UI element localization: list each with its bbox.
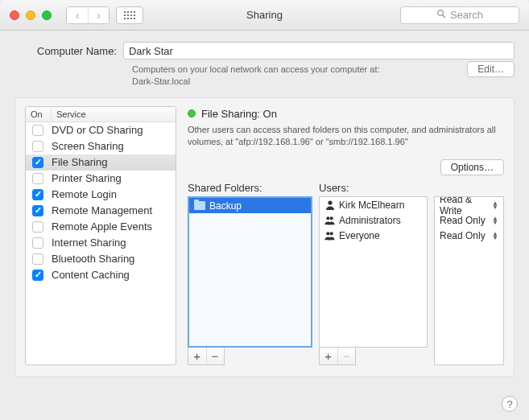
show-all-button[interactable] <box>116 6 143 24</box>
computer-name-row: Computer Name: <box>14 42 515 60</box>
service-checkbox[interactable] <box>32 189 43 200</box>
service-label: Remote Management <box>43 204 152 216</box>
service-label: Remote Apple Events <box>43 220 152 233</box>
services-body: DVD or CD SharingScreen SharingFile Shar… <box>26 122 176 283</box>
svg-point-6 <box>330 233 333 236</box>
shared-folder-item[interactable]: Backup <box>189 198 311 213</box>
permissions-list[interactable]: Read & Write▲▼Read Only▲▼Read Only▲▼ <box>434 196 504 364</box>
service-checkbox[interactable] <box>32 173 43 184</box>
column-on-header[interactable]: On <box>26 107 52 121</box>
stepper-icon[interactable]: ▲▼ <box>492 216 498 224</box>
status-title: File Sharing: On <box>201 108 277 120</box>
service-detail: File Sharing: On Other users can access … <box>188 106 504 365</box>
nav-back-forward: ‹ › <box>66 6 110 24</box>
computer-name-input[interactable] <box>123 42 515 60</box>
back-button[interactable]: ‹ <box>67 7 88 23</box>
remove-user-button: − <box>337 348 356 364</box>
close-window-button[interactable] <box>10 10 19 20</box>
svg-point-5 <box>326 233 329 236</box>
permissions-label <box>434 182 504 196</box>
service-row[interactable]: Screen Sharing <box>26 138 176 154</box>
users-add-remove: + − <box>319 348 356 365</box>
svg-point-0 <box>437 10 443 16</box>
svg-point-4 <box>330 217 333 220</box>
permission-item[interactable]: Read Only▲▼ <box>435 228 503 243</box>
add-folder-button[interactable]: + <box>188 348 206 364</box>
service-row[interactable]: Remote Login <box>26 187 176 203</box>
service-checkbox[interactable] <box>32 237 43 249</box>
service-row[interactable]: Printer Sharing <box>26 171 176 187</box>
permission-item[interactable]: Read & Write▲▼ <box>435 197 503 212</box>
service-checkbox[interactable] <box>32 125 43 136</box>
forward-button[interactable]: › <box>88 7 109 23</box>
service-label: File Sharing <box>43 156 107 168</box>
remove-folder-button[interactable]: − <box>206 348 225 364</box>
svg-point-2 <box>328 201 332 205</box>
service-checkbox[interactable] <box>32 270 43 281</box>
shared-folders-label: Shared Folders: <box>188 182 312 196</box>
folder-icon <box>194 201 205 210</box>
users-column: Users: Kirk McElhearnAdministratorsEvery… <box>319 182 428 364</box>
permission-item[interactable]: Read Only▲▼ <box>435 212 503 228</box>
column-service-header[interactable]: Service <box>52 107 176 121</box>
service-label: Printer Sharing <box>43 172 122 184</box>
service-row[interactable]: File Sharing <box>26 154 176 171</box>
shared-folders-list[interactable]: Backup <box>188 196 312 347</box>
minimize-window-button[interactable] <box>26 10 35 20</box>
stepper-icon[interactable]: ▲▼ <box>492 232 498 240</box>
service-row[interactable]: Bluetooth Sharing <box>26 251 176 267</box>
service-row[interactable]: Internet Sharing <box>26 235 176 251</box>
subtext-line1: Computers on your local network can acce… <box>132 64 380 74</box>
computer-name-label: Computer Name: <box>14 45 117 57</box>
permission-label: Read Only <box>440 230 486 241</box>
service-checkbox[interactable] <box>32 253 43 265</box>
sharing-preferences-window: ‹ › Sharing Search Computer Name: Comput… <box>0 0 529 420</box>
status-description: Other users can access shared folders on… <box>188 120 504 149</box>
person-icon <box>324 200 335 210</box>
permissions-column: Read & Write▲▼Read Only▲▼Read Only▲▼ <box>434 182 504 364</box>
shared-folders-column: Shared Folders: Backup + − <box>188 182 312 364</box>
svg-line-1 <box>443 15 445 18</box>
search-icon <box>436 9 446 21</box>
service-label: Internet Sharing <box>43 237 126 249</box>
service-label: Screen Sharing <box>43 140 124 152</box>
edit-hostname-button[interactable]: Edit… <box>467 61 515 77</box>
service-row[interactable]: Remote Apple Events <box>26 219 176 235</box>
options-button[interactable]: Options… <box>440 159 504 175</box>
users-list[interactable]: Kirk McElhearnAdministratorsEveryone <box>319 196 428 347</box>
titlebar: ‹ › Sharing Search <box>0 0 529 31</box>
services-header: On Service <box>26 107 176 122</box>
service-checkbox[interactable] <box>32 221 43 233</box>
permission-label: Read Only <box>440 215 486 226</box>
window-controls <box>0 10 52 20</box>
user-label: Kirk McElhearn <box>339 200 404 211</box>
users-label: Users: <box>319 182 428 196</box>
user-item[interactable]: Administrators <box>320 212 427 228</box>
add-user-button[interactable]: + <box>320 348 337 364</box>
service-row[interactable]: DVD or CD Sharing <box>26 122 176 138</box>
search-field[interactable]: Search <box>400 6 519 24</box>
help-button[interactable]: ? <box>502 396 518 412</box>
service-label: DVD or CD Sharing <box>43 124 143 136</box>
user-label: Administrators <box>339 215 401 226</box>
zoom-window-button[interactable] <box>42 10 52 20</box>
service-checkbox[interactable] <box>32 141 43 152</box>
search-placeholder: Search <box>450 9 483 21</box>
service-row[interactable]: Remote Management <box>26 203 176 219</box>
service-checkbox[interactable] <box>32 205 43 216</box>
content-area: Computer Name: Computers on your local n… <box>0 31 529 385</box>
user-label: Everyone <box>339 230 380 241</box>
service-label: Bluetooth Sharing <box>43 253 134 265</box>
services-table: On Service DVD or CD SharingScreen Shari… <box>25 106 176 365</box>
lower-panel: On Service DVD or CD SharingScreen Shari… <box>14 97 515 377</box>
stepper-icon[interactable]: ▲▼ <box>492 201 498 209</box>
service-checkbox[interactable] <box>32 157 43 168</box>
user-item[interactable]: Everyone <box>320 228 427 243</box>
people-icon <box>324 230 335 241</box>
folder-label: Backup <box>209 200 242 212</box>
subtext-line2: Dark-Star.local <box>132 76 190 86</box>
service-row[interactable]: Content Caching <box>26 267 176 283</box>
lists-row: Shared Folders: Backup + − Users: Kirk M… <box>188 182 504 364</box>
service-label: Remote Login <box>43 188 117 200</box>
user-item[interactable]: Kirk McElhearn <box>320 197 427 212</box>
